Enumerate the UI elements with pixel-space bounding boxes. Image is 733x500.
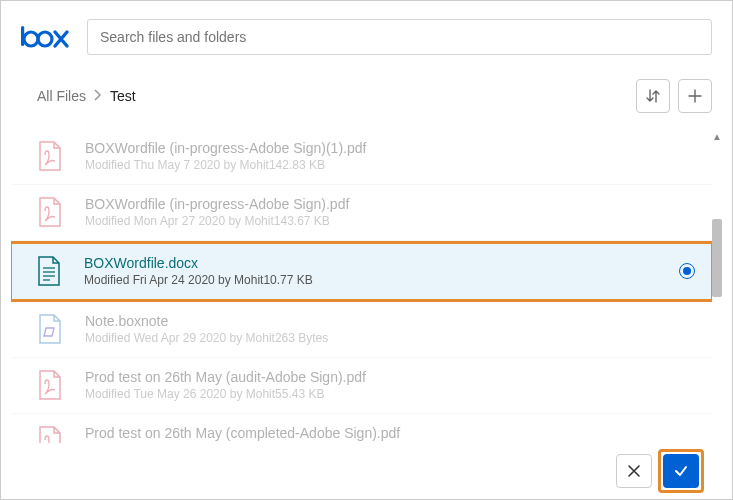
file-row[interactable]: Note.boxnoteModified Wed Apr 29 2020 by … <box>11 302 712 358</box>
sort-button[interactable] <box>636 79 670 113</box>
file-row[interactable]: BOXWordfile (in-progress-Adobe Sign).pdf… <box>11 185 712 241</box>
file-subtext: Modified Mon Apr 27 2020 by Mohit143.67 … <box>85 213 694 230</box>
scroll-up-arrow[interactable]: ▲ <box>712 131 722 141</box>
confirm-button-highlight <box>658 449 704 493</box>
file-meta: Prod test on 26th May (completed-Adobe S… <box>85 424 694 443</box>
file-name: BOXWordfile (in-progress-Adobe Sign).pdf <box>85 195 694 213</box>
header-actions <box>636 79 712 113</box>
pdf-file-icon <box>35 370 65 400</box>
add-button[interactable] <box>678 79 712 113</box>
cancel-button[interactable] <box>616 454 652 488</box>
file-meta: BOXWordfile (in-progress-Adobe Sign).pdf… <box>85 195 694 230</box>
pdf-file-icon <box>35 426 65 443</box>
confirm-button[interactable] <box>663 454 699 488</box>
file-subtext: Modified Tue May 26 2020 by Mohit55.43 K… <box>85 386 694 403</box>
file-name: Prod test on 26th May (audit-Adobe Sign)… <box>85 368 694 386</box>
file-name: BOXWordfile.docx <box>84 254 679 272</box>
file-meta: Prod test on 26th May (audit-Adobe Sign)… <box>85 368 694 403</box>
file-row[interactable]: BOXWordfile (in-progress-Adobe Sign)(1).… <box>11 129 712 185</box>
breadcrumb: All Files Test <box>37 88 136 104</box>
box-logo <box>21 24 71 50</box>
chevron-right-icon <box>94 88 102 104</box>
svg-point-1 <box>24 32 38 46</box>
file-name: Note.boxnote <box>85 312 694 330</box>
search-input[interactable] <box>87 19 712 55</box>
scrollbar-thumb[interactable] <box>712 219 722 297</box>
file-row[interactable]: Prod test on 26th May (completed-Adobe S… <box>11 414 712 443</box>
selection-radio[interactable] <box>679 263 695 279</box>
file-meta: Note.boxnoteModified Wed Apr 29 2020 by … <box>85 312 694 347</box>
file-meta: BOXWordfile (in-progress-Adobe Sign)(1).… <box>85 139 694 174</box>
pdf-file-icon <box>35 197 65 227</box>
boxnote-file-icon <box>35 314 65 344</box>
file-list: BOXWordfile (in-progress-Adobe Sign)(1).… <box>11 129 712 443</box>
footer <box>1 443 732 499</box>
file-subtext: Modified Wed Apr 29 2020 by Mohit263 Byt… <box>85 330 694 347</box>
subheader: All Files Test <box>1 67 732 125</box>
breadcrumb-root[interactable]: All Files <box>37 88 86 104</box>
svg-point-2 <box>38 32 52 46</box>
file-subtext: Modified Fri Apr 24 2020 by Mohit10.77 K… <box>84 272 679 289</box>
file-meta: BOXWordfile.docxModified Fri Apr 24 2020… <box>84 254 679 289</box>
file-subtext: Modified Thu May 7 2020 by Mohit142.83 K… <box>85 157 694 174</box>
close-icon <box>627 464 641 478</box>
file-name: BOXWordfile (in-progress-Adobe Sign)(1).… <box>85 139 694 157</box>
file-name: Prod test on 26th May (completed-Adobe S… <box>85 424 694 442</box>
sort-icon <box>645 88 661 104</box>
docx-file-icon <box>34 256 64 286</box>
check-icon <box>673 463 689 479</box>
file-row[interactable]: BOXWordfile.docxModified Fri Apr 24 2020… <box>11 241 712 302</box>
header <box>1 1 732 67</box>
pdf-file-icon <box>35 141 65 171</box>
plus-icon <box>687 88 703 104</box>
breadcrumb-current: Test <box>110 88 136 104</box>
file-row[interactable]: Prod test on 26th May (audit-Adobe Sign)… <box>11 358 712 414</box>
